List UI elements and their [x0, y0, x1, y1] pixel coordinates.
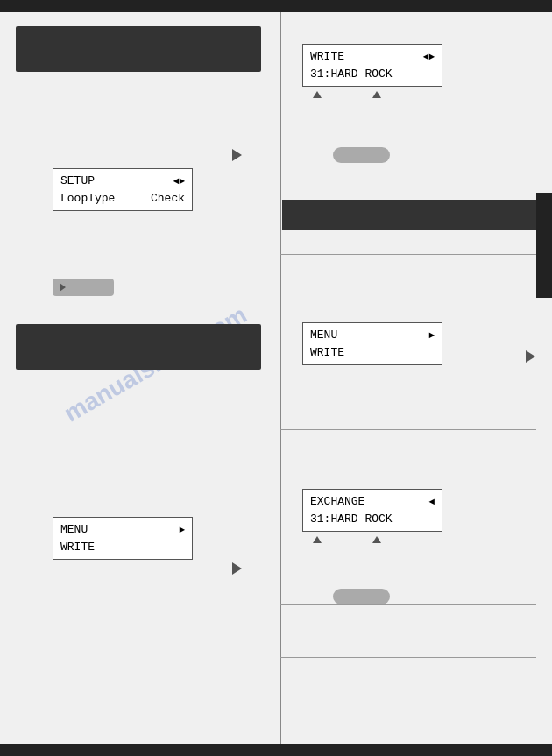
left-write-label: WRITE — [60, 539, 95, 556]
bottom-bar — [0, 744, 552, 756]
left-dark-block-2 — [16, 324, 261, 370]
right-lcd-write: WRITE ◄► 31:HARD ROCK — [302, 44, 442, 98]
vertical-divider — [280, 12, 281, 744]
exchange-hardrock-label: 31:HARD ROCK — [310, 511, 393, 528]
grey-arrow-icon — [60, 283, 66, 292]
cursor-up-1 — [313, 91, 322, 98]
h-line-1 — [280, 254, 536, 255]
right-menu-label: MENU — [310, 327, 337, 344]
left-arrow-2 — [232, 562, 242, 578]
left-menu-arrow: ► — [179, 523, 185, 538]
right-grey-btn-2[interactable] — [333, 589, 390, 604]
left-body-text-1 — [23, 88, 259, 145]
right-hardrock-label: 31:HARD ROCK — [310, 66, 393, 83]
exchange-arrow: ◄ — [428, 495, 435, 510]
right-lcd-exchange: EXCHANGE ◄ 31:HARD ROCK — [302, 489, 442, 543]
top-bar — [0, 0, 552, 12]
left-grey-arrow-btn[interactable] — [53, 279, 114, 296]
setup-arrow: ◄► — [173, 174, 185, 189]
cursor-up-2 — [372, 91, 381, 98]
left-menu-label: MENU — [60, 521, 88, 539]
right-write-arrow: ◄► — [423, 50, 435, 65]
looptype-label: LoopType — [60, 190, 115, 208]
right-lcd-menu: MENU ► WRITE — [302, 322, 442, 365]
h-line-4 — [280, 657, 536, 658]
cursor-up-4 — [372, 536, 381, 543]
left-arrow-1 — [232, 149, 242, 165]
h-line-2 — [280, 429, 536, 430]
right-side-tab — [536, 193, 552, 298]
setup-label: SETUP — [60, 173, 95, 190]
right-write-label: WRITE — [310, 48, 344, 66]
h-line-3 — [280, 604, 536, 605]
right-grey-btn-1[interactable] — [333, 147, 390, 163]
right-dark-band — [282, 200, 536, 230]
left-lcd-setup: SETUP ◄► LoopType Check — [53, 168, 193, 211]
right-arrow-indicator — [526, 350, 535, 366]
right-menu-arrow: ► — [428, 329, 435, 343]
left-dark-block-1 — [16, 26, 261, 72]
right-write-item-label: WRITE — [310, 344, 344, 362]
check-label: Check — [151, 190, 185, 208]
cursor-up-3 — [313, 536, 322, 543]
left-body-text-3 — [23, 381, 259, 486]
left-lcd-menu: MENU ► WRITE — [53, 517, 193, 560]
exchange-label: EXCHANGE — [310, 493, 364, 511]
left-body-text-2 — [23, 228, 259, 272]
